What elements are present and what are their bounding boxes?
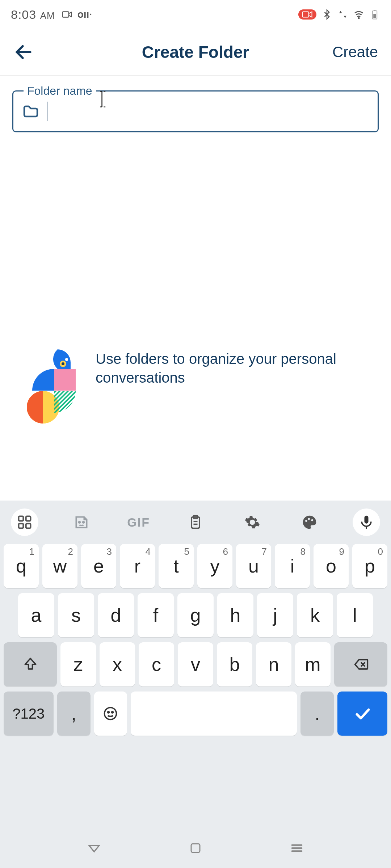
folder-name-field[interactable]: Folder name xyxy=(12,90,379,132)
key-hint: 2 xyxy=(68,546,73,557)
svg-point-16 xyxy=(79,522,80,523)
svg-rect-5 xyxy=(374,10,376,11)
nav-back-icon xyxy=(87,841,101,855)
keyboard-gif-button[interactable]: GIF xyxy=(125,509,152,536)
backspace-icon xyxy=(353,656,369,672)
key-hint: 1 xyxy=(29,546,34,557)
nav-back-button[interactable] xyxy=(85,839,103,857)
keyboard-toolbar: GIF xyxy=(0,507,391,541)
key-a[interactable]: a xyxy=(18,593,54,637)
nav-home-button[interactable] xyxy=(187,839,204,857)
key-d[interactable]: d xyxy=(98,593,134,637)
period-key[interactable]: . xyxy=(300,692,334,736)
create-button[interactable]: Create xyxy=(332,43,378,61)
svg-point-9 xyxy=(62,362,64,365)
svg-rect-1 xyxy=(302,12,309,17)
key-r[interactable]: r4 xyxy=(120,544,155,588)
key-m[interactable]: m xyxy=(295,642,331,686)
status-left-icons: oıı· xyxy=(62,9,92,20)
key-hint: 5 xyxy=(184,546,189,557)
key-i[interactable]: i8 xyxy=(275,544,310,588)
key-k[interactable]: k xyxy=(297,593,333,637)
key-v[interactable]: v xyxy=(178,642,213,686)
keyboard-row-4: ?123 , . xyxy=(4,692,387,736)
svg-rect-0 xyxy=(62,12,69,17)
updown-icon xyxy=(337,9,348,20)
bird-art-icon xyxy=(27,349,81,425)
keyboard-mic-button[interactable] xyxy=(353,509,380,536)
hint-illustration xyxy=(27,349,81,425)
enter-key[interactable] xyxy=(337,692,387,736)
keyboard-row-3: zxcvbnm xyxy=(4,642,387,686)
key-c[interactable]: c xyxy=(139,642,174,686)
folder-name-label: Folder name xyxy=(24,84,96,98)
key-hint: 6 xyxy=(223,546,228,557)
keyboard-settings-button[interactable] xyxy=(239,509,266,536)
key-w[interactable]: w2 xyxy=(42,544,77,588)
key-y[interactable]: y6 xyxy=(197,544,232,588)
text-caret xyxy=(47,102,47,121)
key-g[interactable]: g xyxy=(177,593,214,637)
key-hint: 8 xyxy=(300,546,306,557)
keyboard-keys: q1w2e3r4t5y6u7i8o9p0 asdfghjkl zxcvbnm ?… xyxy=(0,541,391,744)
svg-rect-15 xyxy=(26,524,31,528)
svg-marker-32 xyxy=(89,846,99,852)
keyboard-theme-button[interactable] xyxy=(296,509,323,536)
nav-recents-icon xyxy=(290,841,304,855)
back-button[interactable] xyxy=(7,36,40,68)
key-s[interactable]: s xyxy=(58,593,94,637)
svg-point-31 xyxy=(112,712,113,713)
space-key[interactable] xyxy=(131,692,297,736)
key-b[interactable]: b xyxy=(217,642,252,686)
keyboard: GIF q1w2e3r4t5y6u7i8o9p0 asdfghjkl zxcvb… xyxy=(0,501,391,868)
clipboard-icon xyxy=(188,514,203,530)
status-right xyxy=(298,9,380,20)
svg-rect-12 xyxy=(19,516,24,521)
nav-recents-button[interactable] xyxy=(288,839,306,857)
system-nav xyxy=(0,828,391,868)
svg-point-17 xyxy=(83,522,84,523)
key-e[interactable]: e3 xyxy=(81,544,116,588)
mic-icon xyxy=(358,514,374,530)
gear-icon xyxy=(244,514,260,530)
emoji-key[interactable] xyxy=(94,692,127,736)
key-h[interactable]: h xyxy=(217,593,253,637)
status-left: 8:03 AM oıı· xyxy=(11,8,92,22)
symbols-key[interactable]: ?123 xyxy=(4,692,54,736)
key-f[interactable]: f xyxy=(138,593,174,637)
recording-pill xyxy=(298,9,316,20)
arrow-left-icon xyxy=(13,42,34,62)
comma-key[interactable]: , xyxy=(57,692,91,736)
key-t[interactable]: t5 xyxy=(159,544,194,588)
status-time-ampm: AM xyxy=(40,10,55,21)
text-cursor-icon xyxy=(98,90,107,108)
key-z[interactable]: z xyxy=(60,642,96,686)
key-q[interactable]: q1 xyxy=(4,544,39,588)
key-hint: 3 xyxy=(107,546,112,557)
backspace-key[interactable] xyxy=(334,642,387,686)
status-bar: 8:03 AM oıı· xyxy=(0,0,391,29)
key-p[interactable]: p0 xyxy=(352,544,387,588)
key-n[interactable]: n xyxy=(256,642,291,686)
keyboard-apps-button[interactable] xyxy=(11,509,38,536)
sticker-icon xyxy=(73,514,89,530)
shift-key[interactable] xyxy=(4,642,57,686)
svg-rect-14 xyxy=(19,524,24,528)
key-u[interactable]: u7 xyxy=(236,544,271,588)
key-x[interactable]: x xyxy=(100,642,135,686)
svg-point-7 xyxy=(65,358,68,361)
key-o[interactable]: o9 xyxy=(314,544,349,588)
status-time-hhmm: 8:03 xyxy=(11,8,36,21)
nav-home-icon xyxy=(189,842,202,855)
bluetooth-icon xyxy=(321,9,332,20)
svg-point-30 xyxy=(108,712,109,713)
keyboard-sticker-button[interactable] xyxy=(68,509,95,536)
keyboard-clipboard-button[interactable] xyxy=(182,509,209,536)
key-l[interactable]: l xyxy=(337,593,373,637)
recording-icon xyxy=(302,11,313,18)
status-time: 8:03 AM xyxy=(11,8,55,22)
key-j[interactable]: j xyxy=(257,593,293,637)
keyboard-row-1: q1w2e3r4t5y6u7i8o9p0 xyxy=(4,544,387,588)
folder-icon xyxy=(22,103,39,120)
svg-rect-4 xyxy=(373,14,376,18)
